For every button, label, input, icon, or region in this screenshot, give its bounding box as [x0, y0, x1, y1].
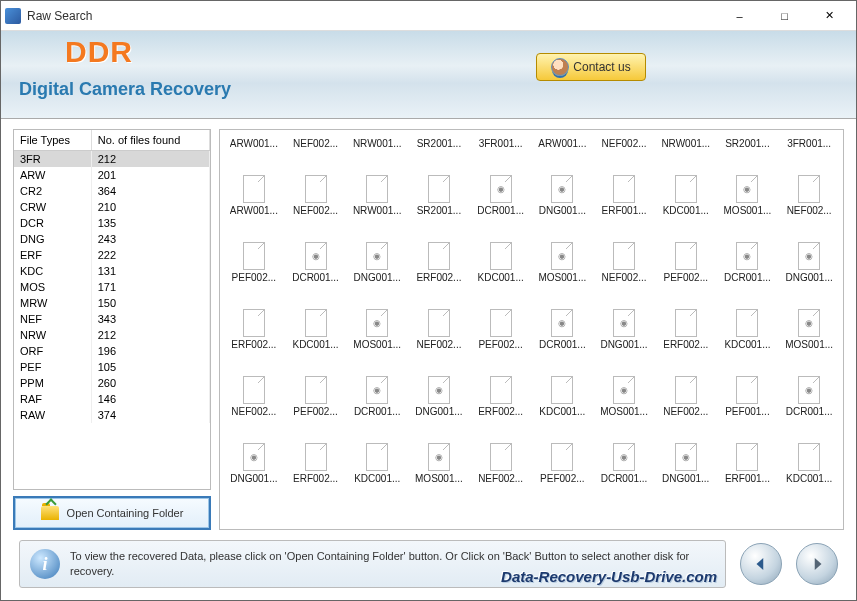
file-item[interactable]: ERF001...	[594, 173, 654, 218]
file-item[interactable]: DCR001...	[533, 307, 593, 352]
cell-type: NRW	[14, 327, 91, 343]
file-item[interactable]: NEF002...	[286, 173, 346, 218]
file-item[interactable]: PEF002...	[286, 374, 346, 419]
file-item[interactable]: ERF002...	[656, 307, 716, 352]
table-row[interactable]: DNG243	[14, 231, 210, 247]
next-button[interactable]	[796, 543, 838, 585]
contact-us-button[interactable]: Contact us	[536, 53, 646, 81]
file-item[interactable]: ERF002...	[224, 307, 284, 352]
file-item[interactable]: 3FR001...	[779, 136, 839, 151]
file-item[interactable]: ARW001...	[533, 136, 593, 151]
file-types-table-wrap[interactable]: File Types No. of files found 3FR212ARW2…	[13, 129, 211, 490]
file-item[interactable]: 3FR001...	[471, 136, 531, 151]
file-item[interactable]: NRW001...	[347, 136, 407, 151]
file-item[interactable]: MOS001...	[409, 441, 469, 486]
file-item[interactable]: MOS001...	[779, 307, 839, 352]
file-item[interactable]: KDC001...	[347, 441, 407, 486]
file-label: 3FR001...	[479, 138, 523, 149]
file-item[interactable]: NEF002...	[224, 374, 284, 419]
file-item[interactable]: DNG001...	[224, 441, 284, 486]
file-item[interactable]: KDC001...	[718, 307, 778, 352]
file-config-icon	[305, 242, 327, 270]
file-item[interactable]: ERF002...	[286, 441, 346, 486]
file-item[interactable]: DNG001...	[533, 173, 593, 218]
file-item[interactable]: DCR001...	[718, 240, 778, 285]
table-row[interactable]: DCR135	[14, 215, 210, 231]
file-item[interactable]: DNG001...	[347, 240, 407, 285]
file-item[interactable]: PEF001...	[718, 374, 778, 419]
file-item[interactable]: SR2001...	[409, 136, 469, 151]
file-item[interactable]: DCR001...	[286, 240, 346, 285]
file-item[interactable]: ERF002...	[409, 240, 469, 285]
table-row[interactable]: CRW210	[14, 199, 210, 215]
table-row[interactable]: NRW212	[14, 327, 210, 343]
file-item[interactable]: ARW001...	[224, 136, 284, 151]
file-item[interactable]: KDC001...	[779, 441, 839, 486]
file-item[interactable]: NRW001...	[656, 136, 716, 151]
table-row[interactable]: MRW150	[14, 295, 210, 311]
file-item[interactable]: MOS001...	[718, 173, 778, 218]
file-item[interactable]: PEF002...	[471, 307, 531, 352]
file-item[interactable]: PEF002...	[656, 240, 716, 285]
table-row[interactable]: ERF222	[14, 247, 210, 263]
file-item[interactable]: NEF002...	[471, 441, 531, 486]
file-item[interactable]: DCR001...	[594, 441, 654, 486]
table-row[interactable]: ORF196	[14, 343, 210, 359]
table-row[interactable]: 3FR212	[14, 151, 210, 168]
file-item[interactable]: ARW001...	[224, 173, 284, 218]
file-list-panel[interactable]: ARW001...NEF002...NRW001...SR2001...3FR0…	[219, 129, 844, 530]
file-item[interactable]: KDC001...	[533, 374, 593, 419]
file-item[interactable]: DNG001...	[594, 307, 654, 352]
col-file-types[interactable]: File Types	[14, 130, 91, 151]
table-row[interactable]: NEF343	[14, 311, 210, 327]
file-item[interactable]: KDC001...	[471, 240, 531, 285]
file-item[interactable]: KDC001...	[286, 307, 346, 352]
file-item[interactable]: DNG001...	[779, 240, 839, 285]
file-page-icon	[675, 242, 697, 270]
file-page-icon	[675, 376, 697, 404]
file-item[interactable]: DNG001...	[409, 374, 469, 419]
file-config-icon	[428, 443, 450, 471]
open-containing-folder-button[interactable]: Open Containing Folder	[13, 496, 211, 530]
file-item[interactable]: MOS001...	[594, 374, 654, 419]
table-row[interactable]: ARW201	[14, 167, 210, 183]
file-item[interactable]: ERF001...	[718, 441, 778, 486]
table-row[interactable]: CR2364	[14, 183, 210, 199]
watermark-text: Data-Recovery-Usb-Drive.com	[501, 568, 717, 585]
file-item[interactable]: PEF002...	[533, 441, 593, 486]
file-item[interactable]: DNG001...	[656, 441, 716, 486]
maximize-button[interactable]: □	[762, 2, 807, 30]
file-item[interactable]: NEF002...	[779, 173, 839, 218]
file-item[interactable]: DCR001...	[779, 374, 839, 419]
col-files-found[interactable]: No. of files found	[91, 130, 209, 151]
file-item[interactable]: DCR001...	[347, 374, 407, 419]
file-item[interactable]: MOS001...	[533, 240, 593, 285]
table-row[interactable]: RAW374	[14, 407, 210, 423]
table-row[interactable]: PPM260	[14, 375, 210, 391]
table-row[interactable]: MOS171	[14, 279, 210, 295]
file-item[interactable]: KDC001...	[656, 173, 716, 218]
back-button[interactable]	[740, 543, 782, 585]
cell-count: 210	[91, 199, 209, 215]
table-row[interactable]: KDC131	[14, 263, 210, 279]
file-item[interactable]: NEF002...	[594, 240, 654, 285]
file-item[interactable]: NEF002...	[409, 307, 469, 352]
table-row[interactable]: RAF146	[14, 391, 210, 407]
file-item[interactable]: NEF002...	[594, 136, 654, 151]
file-item[interactable]: SR2001...	[409, 173, 469, 218]
file-item[interactable]: NRW001...	[347, 173, 407, 218]
contact-label: Contact us	[573, 60, 630, 74]
file-item[interactable]: MOS001...	[347, 307, 407, 352]
table-row[interactable]: PEF105	[14, 359, 210, 375]
file-item[interactable]: PEF002...	[224, 240, 284, 285]
file-item[interactable]: NEF002...	[286, 136, 346, 151]
file-item[interactable]: SR2001...	[718, 136, 778, 151]
cell-type: ERF	[14, 247, 91, 263]
file-item[interactable]: DCR001...	[471, 173, 531, 218]
close-button[interactable]: ✕	[807, 2, 852, 30]
file-page-icon	[798, 443, 820, 471]
file-item[interactable]: NEF002...	[656, 374, 716, 419]
file-item[interactable]: ERF002...	[471, 374, 531, 419]
file-label: ERF001...	[602, 205, 647, 216]
minimize-button[interactable]: –	[717, 2, 762, 30]
